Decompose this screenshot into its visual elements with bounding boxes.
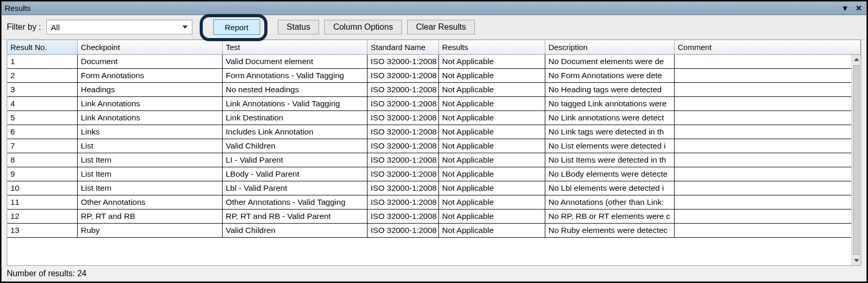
table-row[interactable]: 13RubyValid ChildrenISO 32000-1:2008Not … (7, 224, 851, 238)
cell-res: Not Applicable (439, 125, 545, 139)
cell-std: ISO 32000-1:2008 (368, 125, 439, 139)
cell-cmt (675, 224, 851, 237)
cell-std: ISO 32000-1:2008 (368, 195, 439, 209)
column-options-button[interactable]: Column Options (324, 20, 402, 34)
scroll-down-icon[interactable] (852, 256, 861, 265)
toolbar: Filter by : All Report Status Column Opt… (2, 15, 866, 40)
table-row[interactable]: 11Other AnnotationsOther Annotations - V… (7, 195, 851, 210)
result-count: Number of results: 24 (7, 269, 87, 278)
column-header-test[interactable]: Test (223, 40, 368, 54)
table-row[interactable]: 4Link AnnotationsLink Annotations - Vali… (7, 97, 851, 111)
cell-test: Valid Document element (223, 55, 368, 68)
cell-test: RP, RT and RB - Valid Parent (223, 210, 368, 223)
cell-cmt (675, 111, 851, 125)
cell-std: ISO 32000-1:2008 (368, 139, 439, 153)
column-header-standard[interactable]: Standard Name (368, 40, 439, 54)
cell-desc: No Annotations (other than Link: (545, 195, 675, 209)
scrollbar-thumb[interactable] (853, 65, 860, 255)
cell-cp: List Item (78, 153, 223, 167)
cell-no: 7 (7, 139, 78, 153)
cell-res: Not Applicable (439, 55, 545, 68)
cell-no: 2 (7, 69, 78, 82)
table-row[interactable]: 8List ItemLI - Valid ParentISO 32000-1:2… (7, 153, 851, 167)
results-window: Results ▼ ✕ Filter by : All Report Statu… (1, 1, 867, 282)
status-bar: Number of results: 24 (2, 266, 866, 281)
filter-select[interactable]: All (46, 20, 192, 34)
cell-test: Link Destination (223, 111, 368, 125)
titlebar-controls: ▼ ✕ (840, 4, 863, 13)
dropdown-icon[interactable]: ▼ (840, 4, 850, 13)
scroll-up-icon[interactable] (852, 55, 861, 64)
cell-desc: No RP, RB or RT elements were c (545, 210, 675, 223)
table-row[interactable]: 7ListValid ChildrenISO 32000-1:2008Not A… (7, 139, 851, 153)
clear-results-button[interactable]: Clear Results (407, 20, 475, 34)
table-row[interactable]: 1DocumentValid Document elementISO 32000… (7, 55, 851, 69)
filter-label: Filter by : (7, 22, 41, 32)
cell-test: Link Annotations - Valid Tagging (223, 97, 368, 110)
cell-std: ISO 32000-1:2008 (368, 55, 439, 68)
cell-cmt (675, 181, 851, 195)
cell-std: ISO 32000-1:2008 (368, 210, 439, 223)
cell-cp: Other Annotations (78, 195, 223, 209)
cell-std: ISO 32000-1:2008 (368, 111, 439, 125)
table-row[interactable]: 3HeadingsNo nested HeadingsISO 32000-1:2… (7, 83, 851, 97)
cell-test: LBody - Valid Parent (223, 167, 368, 181)
table-row[interactable]: 5Link AnnotationsLink DestinationISO 320… (7, 111, 851, 125)
cell-cp: List Item (78, 167, 223, 181)
cell-res: Not Applicable (439, 153, 545, 167)
table-row[interactable]: 6LinksIncludes Link AnnotationISO 32000-… (7, 125, 851, 139)
cell-no: 8 (7, 153, 78, 167)
table-row[interactable]: 9List ItemLBody - Valid ParentISO 32000-… (7, 167, 851, 181)
column-header-description[interactable]: Description (545, 40, 675, 54)
column-header-results[interactable]: Results (439, 40, 545, 54)
cell-desc: No LBody elements were detecte (545, 167, 675, 181)
cell-desc: No Form Annotations were dete (545, 69, 675, 82)
table-row[interactable]: 10List ItemLbl - Valid ParentISO 32000-1… (7, 181, 851, 195)
cell-no: 12 (7, 210, 78, 223)
cell-test: Other Annotations - Valid Tagging (223, 195, 368, 209)
cell-res: Not Applicable (439, 181, 545, 195)
cell-cp: Link Annotations (78, 97, 223, 110)
cell-cp: Ruby (78, 224, 223, 237)
cell-no: 4 (7, 97, 78, 110)
table-row[interactable]: 12RP, RT and RBRP, RT and RB - Valid Par… (7, 210, 851, 224)
cell-test: Valid Children (223, 224, 368, 237)
close-icon[interactable]: ✕ (854, 4, 863, 13)
cell-res: Not Applicable (439, 139, 545, 153)
cell-no: 5 (7, 111, 78, 125)
cell-std: ISO 32000-1:2008 (368, 83, 439, 96)
cell-test: Includes Link Annotation (223, 125, 368, 139)
cell-cp: Document (78, 55, 223, 68)
report-button[interactable]: Report (213, 19, 260, 35)
column-header-comment[interactable]: Comment (675, 40, 861, 54)
cell-cp: List Item (78, 181, 223, 195)
cell-cp: Links (78, 125, 223, 139)
cell-res: Not Applicable (439, 167, 545, 181)
cell-desc: No Link annotations were detect (545, 111, 675, 125)
vertical-scrollbar[interactable] (851, 55, 861, 265)
cell-desc: No Heading tags were detected (545, 83, 675, 96)
cell-test: Lbl - Valid Parent (223, 181, 368, 195)
cell-std: ISO 32000-1:2008 (368, 97, 439, 110)
cell-no: 11 (7, 195, 78, 209)
table-row[interactable]: 2Form AnnotationsForm Annotations - Vali… (7, 69, 851, 83)
cell-desc: No Document elements were de (545, 55, 675, 68)
cell-cp: Link Annotations (78, 111, 223, 125)
cell-no: 10 (7, 181, 78, 195)
cell-no: 3 (7, 83, 78, 96)
window-title: Results (5, 4, 840, 13)
chevron-down-icon (182, 26, 188, 29)
cell-cmt (675, 139, 851, 153)
cell-cmt (675, 97, 851, 110)
column-header-checkpoint[interactable]: Checkpoint (78, 40, 223, 54)
cell-cmt (675, 69, 851, 82)
status-button[interactable]: Status (278, 20, 319, 34)
cell-std: ISO 32000-1:2008 (368, 153, 439, 167)
cell-no: 13 (7, 224, 78, 237)
cell-no: 9 (7, 167, 78, 181)
cell-cmt (675, 153, 851, 167)
cell-test: No nested Headings (223, 83, 368, 96)
grid-header: Result No. Checkpoint Test Standard Name… (7, 40, 861, 55)
grid-body: 1DocumentValid Document elementISO 32000… (7, 55, 861, 265)
column-header-result-no[interactable]: Result No. (7, 40, 78, 54)
